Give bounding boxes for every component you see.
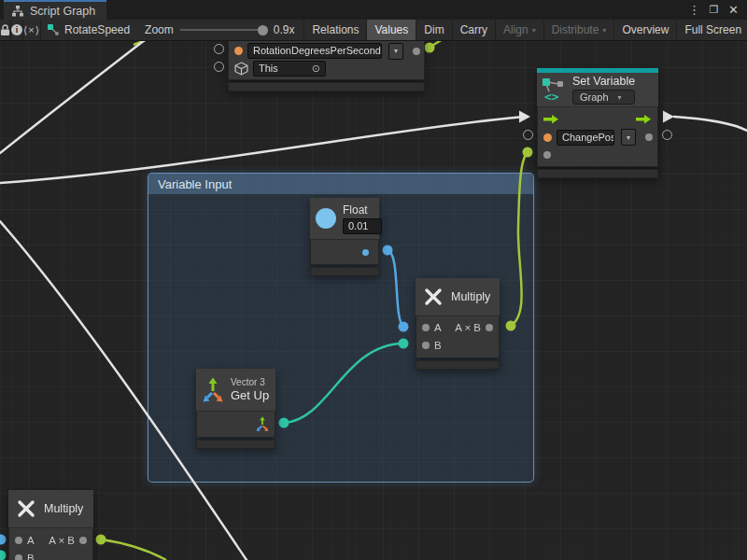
input-a-port[interactable] [15,537,22,544]
tab-title: Script Graph [30,5,95,18]
dim-button[interactable]: Dim [416,20,452,40]
input-b-port[interactable] [422,342,430,349]
node-footer [228,82,425,91]
lock-icon [0,24,10,36]
flow-out-arrow-icon[interactable] [636,114,652,124]
value-output-port[interactable] [645,133,653,141]
lock-button[interactable] [0,20,11,40]
node-title: Get Up [231,388,269,402]
cube-icon [234,62,248,76]
unconnected-port-icon[interactable] [214,62,224,72]
dropdown-arrow-icon: ▾ [602,26,606,35]
relations-button[interactable]: Relations [304,20,367,40]
code-view-button[interactable]: ⟨×⟩ [23,20,41,40]
node-set-variable[interactable]: <> Set Variable Graph ▾ [537,68,658,178]
variable-name-port[interactable] [234,47,243,55]
align-dropdown[interactable]: Align▾ [496,20,544,40]
output-port[interactable] [79,537,87,544]
info-button[interactable]: i [11,20,23,40]
unconnected-port-icon[interactable] [662,130,672,140]
script-graph-window: Variable Input [0,0,747,560]
input-a-port[interactable] [422,324,430,331]
float-value-input[interactable]: 0.01 [343,218,382,234]
port-label-out: A × B [455,322,481,333]
node-footer [416,360,500,370]
tab-bar: Script Graph ⋮ ❐ ✕ [0,0,747,20]
node-get-up[interactable]: Vector 3 Get Up [196,369,275,449]
port-label-b: B [27,553,35,560]
unconnected-port-icon[interactable] [214,44,224,54]
zoom-label: Zoom [145,23,174,36]
tab-script-graph[interactable]: Script Graph [4,0,106,20]
node-title: Float [343,203,368,217]
flow-in-arrow-icon[interactable] [543,114,559,124]
object-picker-icon[interactable]: ⊙ [312,62,320,76]
port-label-out: A × B [49,535,75,546]
script-graph-icon [11,5,24,17]
dropdown-arrow-icon: ▾ [532,26,536,35]
node-get-variable[interactable]: RotationDegreesPerSecond ▾ This ⊙ [228,37,425,91]
graph-reference[interactable]: RotateSpeed [41,20,139,40]
dropdown-arrow-icon[interactable]: ▾ [388,43,403,60]
variable-name-port[interactable] [543,133,552,142]
node-title: Multiply [44,502,83,515]
svg-text:<>: <> [544,90,559,103]
port-label-b: B [434,340,442,351]
multiply-icon [423,287,444,307]
variable-scope-dropdown[interactable]: Graph ▾ [572,90,635,105]
output-port[interactable] [486,324,493,331]
value-input-port[interactable] [543,151,551,159]
info-icon: i [11,24,22,35]
vector3-icon [202,377,224,403]
zoom-slider-handle[interactable] [258,25,268,35]
node-footer [196,440,275,449]
window-controls: ⋮ ❐ ✕ [686,0,747,20]
node-title: Set Variable [572,75,635,88]
group-title: Variable Input [158,177,232,191]
values-button[interactable]: Values [367,20,416,40]
node-title: Multiply [451,290,490,303]
zoom-control: Zoom 0.9x [139,20,300,40]
node-multiply-bottom[interactable]: Multiply A A × B B [8,490,93,560]
node-type-label: Vector 3 [231,377,269,387]
maximize-icon[interactable]: ❐ [706,2,722,18]
zoom-value: 0.9x [274,23,295,36]
overview-button[interactable]: Overview [614,20,677,40]
variable-name-dropdown[interactable]: ChangePos [557,130,614,146]
close-icon[interactable]: ✕ [726,2,741,18]
distribute-dropdown[interactable]: Distribute▾ [544,20,615,40]
code-brackets-icon: ⟨×⟩ [23,24,40,36]
target-object-field[interactable]: This ⊙ [253,61,326,77]
float-type-icon [316,208,336,229]
variable-name-dropdown[interactable]: RotationDegreesPerSecond [247,43,382,59]
toolbar-buttons: Relations Values Dim Carry Align▾ Distri… [303,20,747,40]
set-variable-icon: <> [541,77,569,103]
vector3-output-port[interactable] [255,416,270,432]
node-multiply-center[interactable]: Multiply A A × B B [416,278,500,370]
node-footer [537,169,658,178]
carry-button[interactable]: Carry [453,20,496,40]
kebab-menu-icon[interactable]: ⋮ [686,2,702,18]
graph-name: RotateSpeed [64,23,130,36]
zoom-slider[interactable] [180,29,267,31]
graph-asset-icon [47,23,60,36]
multiply-icon [16,498,36,519]
group-header[interactable]: Variable Input [148,174,533,194]
graph-toolbar: i ⟨×⟩ RotateSpeed Zoom 0.9x Relations Va… [0,20,747,41]
port-label-a: A [434,322,442,333]
unconnected-port-icon[interactable] [523,130,533,140]
value-output-port[interactable] [413,48,420,55]
node-footer [310,267,379,276]
float-output-port[interactable] [362,249,369,256]
dropdown-arrow-icon: ▾ [618,93,622,102]
node-float-literal[interactable]: Float 0.01 [310,198,379,276]
dropdown-arrow-icon[interactable]: ▾ [621,129,636,146]
full-screen-button[interactable]: Full Screen [677,20,747,40]
port-label-a: A [27,535,35,546]
input-b-port[interactable] [15,554,22,560]
